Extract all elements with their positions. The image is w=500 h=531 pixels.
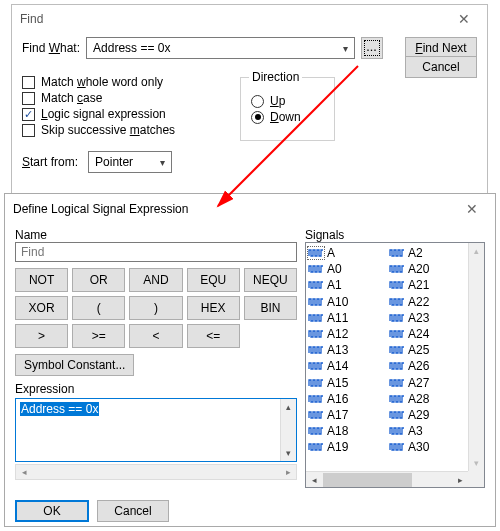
skip-successive-checkbox[interactable]: Skip successive matches (22, 123, 222, 137)
direction-group: Direction Up Down (240, 77, 335, 141)
op-gt-button[interactable]: > (15, 324, 68, 348)
op-not-button[interactable]: NOT (15, 268, 68, 292)
signal-waveform-icon (389, 377, 405, 389)
scroll-right-icon: ▸ (280, 467, 296, 477)
logic-signal-checkbox[interactable]: Logic signal expression (22, 107, 222, 121)
op-lt-button[interactable]: < (129, 324, 182, 348)
op-xor-button[interactable]: XOR (15, 296, 68, 320)
chevron-down-icon: ▾ (339, 43, 352, 54)
signal-waveform-icon (308, 344, 324, 356)
expression-vscrollbar[interactable]: ▴ ▾ (280, 399, 296, 461)
signal-item-label: A13 (327, 343, 348, 357)
name-input[interactable]: Find (15, 242, 297, 262)
signal-waveform-icon (308, 409, 324, 421)
signal-waveform-icon (389, 425, 405, 437)
signal-item-label: A0 (327, 262, 342, 276)
signals-vscrollbar[interactable]: ▴ ▾ (468, 243, 484, 471)
signal-waveform-icon (308, 377, 324, 389)
signal-item[interactable]: A3 (389, 423, 466, 439)
op-rparen-button[interactable]: ) (129, 296, 182, 320)
down-radio[interactable]: Down (251, 110, 324, 124)
start-from-value: Pointer (95, 155, 133, 169)
signal-item[interactable]: A29 (389, 407, 466, 423)
find-dialog: Find ✕ Find What: Address == 0x ▾ ... Fi… (11, 4, 488, 209)
signal-item-label: A21 (408, 278, 429, 292)
signal-item-label: A1 (327, 278, 342, 292)
signal-waveform-icon (389, 312, 405, 324)
signal-item-label: A15 (327, 376, 348, 390)
signal-item[interactable]: A12 (308, 326, 385, 342)
signal-item[interactable]: A22 (389, 294, 466, 310)
signal-item-label: A11 (327, 311, 348, 325)
signal-item[interactable]: A17 (308, 407, 385, 423)
op-equ-button[interactable]: EQU (187, 268, 240, 292)
signal-item[interactable]: A19 (308, 439, 385, 455)
signal-item[interactable]: A27 (389, 375, 466, 391)
match-case-checkbox[interactable]: Match case (22, 91, 222, 105)
expression-value: Address == 0x (20, 402, 99, 416)
ok-button[interactable]: OK (15, 500, 89, 522)
signal-waveform-icon (308, 425, 324, 437)
signal-item[interactable]: A30 (389, 439, 466, 455)
op-lparen-button[interactable]: ( (72, 296, 125, 320)
op-lte-button[interactable]: <= (187, 324, 240, 348)
signals-hscrollbar[interactable]: ◂ ▸ (306, 471, 468, 487)
symbol-constant-button[interactable]: Symbol Constant... (15, 354, 134, 376)
signal-waveform-icon (308, 360, 324, 372)
op-nequ-button[interactable]: NEQU (244, 268, 297, 292)
signal-waveform-icon (389, 279, 405, 291)
signal-item-label: A26 (408, 359, 429, 373)
signal-item-label: A27 (408, 376, 429, 390)
cancel-button[interactable]: Cancel (405, 56, 477, 78)
signal-item[interactable]: A1 (308, 277, 385, 293)
signal-item[interactable]: A20 (389, 261, 466, 277)
signal-item[interactable]: A (308, 245, 385, 261)
signal-item[interactable]: A10 (308, 294, 385, 310)
op-and-button[interactable]: AND (129, 268, 182, 292)
signal-item[interactable]: A23 (389, 310, 466, 326)
op-or-button[interactable]: OR (72, 268, 125, 292)
cancel-button[interactable]: Cancel (97, 500, 169, 522)
op-hex-button[interactable]: HEX (187, 296, 240, 320)
signal-item[interactable]: A11 (308, 310, 385, 326)
signal-item[interactable]: A13 (308, 342, 385, 358)
signals-listbox[interactable]: AA0A1A10A11A12A13A14A15A16A17A18A19A2A20… (305, 242, 485, 488)
find-what-value: Address == 0x (93, 41, 170, 55)
match-whole-word-checkbox[interactable]: Match whole word only (22, 75, 222, 89)
op-gte-button[interactable]: >= (72, 324, 125, 348)
signal-item-label: A29 (408, 408, 429, 422)
signal-item[interactable]: A25 (389, 342, 466, 358)
signal-item-label: A14 (327, 359, 348, 373)
close-icon[interactable]: ✕ (445, 8, 483, 30)
signal-item[interactable]: A0 (308, 261, 385, 277)
op-bin-button[interactable]: BIN (244, 296, 297, 320)
signal-waveform-icon (389, 296, 405, 308)
expression-textarea[interactable]: Address == 0x ▴ ▾ (15, 398, 297, 462)
signal-waveform-icon (389, 328, 405, 340)
signal-item-label: A (327, 246, 335, 260)
find-titlebar: Find ✕ (12, 5, 487, 33)
signal-item[interactable]: A2 (389, 245, 466, 261)
signal-item[interactable]: A15 (308, 375, 385, 391)
start-from-combo[interactable]: Pointer ▾ (88, 151, 172, 173)
expr-titlebar: Define Logical Signal Expression ✕ (5, 194, 495, 224)
up-radio[interactable]: Up (251, 94, 324, 108)
signal-waveform-icon (389, 344, 405, 356)
signal-item[interactable]: A18 (308, 423, 385, 439)
signal-waveform-icon (389, 247, 405, 259)
signal-item[interactable]: A21 (389, 277, 466, 293)
signals-label: Signals (305, 228, 485, 242)
signal-item[interactable]: A26 (389, 358, 466, 374)
signal-item[interactable]: A28 (389, 391, 466, 407)
signal-item[interactable]: A24 (389, 326, 466, 342)
close-icon[interactable]: ✕ (453, 198, 491, 220)
direction-label: Direction (249, 70, 302, 84)
signal-item[interactable]: A14 (308, 358, 385, 374)
chevron-down-icon: ▾ (156, 157, 169, 168)
signal-item[interactable]: A16 (308, 391, 385, 407)
scrollbar-thumb[interactable] (323, 473, 412, 487)
expression-hscrollbar[interactable]: ◂ ▸ (15, 464, 297, 480)
signal-item-label: A23 (408, 311, 429, 325)
find-what-combo[interactable]: Address == 0x ▾ (86, 37, 355, 59)
ellipsis-button[interactable]: ... (361, 37, 383, 59)
